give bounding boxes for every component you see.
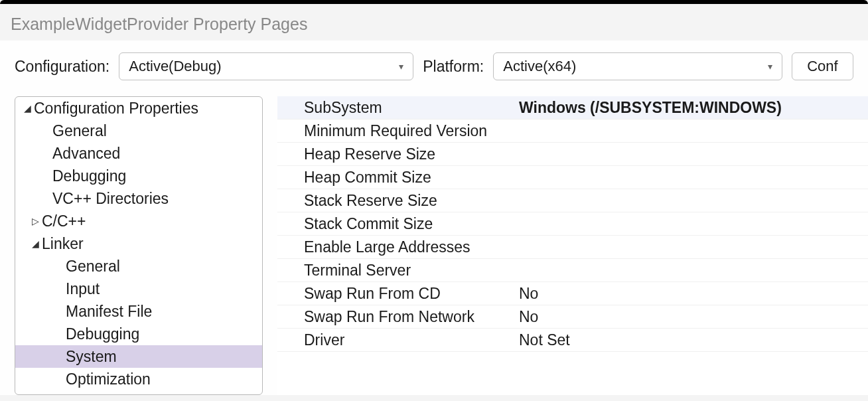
property-value[interactable]: Windows (/SUBSYSTEM:WINDOWS) [516, 99, 868, 117]
property-value[interactable]: Not Set [516, 331, 868, 349]
property-row[interactable]: Stack Reserve Size [277, 189, 868, 212]
property-row[interactable]: SubSystemWindows (/SUBSYSTEM:WINDOWS) [277, 96, 868, 120]
tree-node-label: System [66, 348, 117, 366]
property-label: Heap Reserve Size [277, 145, 516, 163]
tree-node-label: Configuration Properties [34, 100, 198, 118]
property-label: Swap Run From CD [277, 285, 516, 303]
property-label: Stack Commit Size [277, 215, 516, 233]
configuration-dropdown-value: Active(Debug) [129, 58, 221, 75]
tree-node-label: VC++ Directories [52, 190, 169, 208]
tree-node-linker-input[interactable]: ▸ Input [15, 278, 262, 300]
property-row[interactable]: Heap Commit Size [277, 166, 868, 189]
tree-node-label: C/C++ [42, 212, 86, 230]
triangle-down-icon: ◢ [29, 238, 42, 249]
configuration-manager-button[interactable]: Conf [792, 52, 853, 80]
property-row[interactable]: Swap Run From CDNo [277, 282, 868, 305]
configuration-label: Configuration: [15, 58, 109, 76]
property-row[interactable]: Terminal Server [277, 259, 868, 282]
tree-node-debugging[interactable]: ▸ Debugging [15, 165, 262, 187]
property-label: Minimum Required Version [277, 122, 516, 140]
chevron-down-icon: ▾ [399, 61, 403, 72]
configuration-manager-button-label: Conf [807, 58, 837, 75]
tree-node-linker-debugging[interactable]: ▸ Debugging [15, 323, 262, 345]
property-row[interactable]: Heap Reserve Size [277, 143, 868, 166]
property-label: Stack Reserve Size [277, 192, 516, 210]
property-label: Driver [277, 331, 516, 349]
tree-node-label: Manifest File [66, 303, 152, 321]
property-row[interactable]: Enable Large Addresses [277, 236, 868, 259]
tree-node-label: Optimization [66, 370, 151, 388]
tree-node-linker-system[interactable]: ▸ System [15, 345, 262, 368]
property-value[interactable]: No [516, 285, 868, 303]
tree-node-linker[interactable]: ◢ Linker [15, 232, 262, 255]
property-label: Swap Run From Network [277, 308, 516, 326]
property-label: SubSystem [277, 99, 516, 117]
property-row[interactable]: Minimum Required Version [277, 120, 868, 143]
platform-label: Platform: [423, 58, 484, 76]
tree-node-configuration-properties[interactable]: ◢ Configuration Properties [15, 97, 262, 120]
tree-node-advanced[interactable]: ▸ Advanced [15, 142, 262, 165]
configuration-bar: Configuration: Active(Debug) ▾ Platform:… [0, 40, 868, 88]
tree-node-label: General [66, 258, 120, 276]
platform-dropdown[interactable]: Active(x64) ▾ [493, 52, 782, 80]
tree-node-linker-general[interactable]: ▸ General [15, 255, 262, 278]
property-label: Enable Large Addresses [277, 238, 516, 256]
tree-node-vc-directories[interactable]: ▸ VC++ Directories [15, 187, 262, 210]
triangle-right-icon: ▷ [29, 216, 42, 226]
triangle-down-icon: ◢ [21, 103, 34, 114]
property-label: Heap Commit Size [277, 169, 516, 187]
tree-node-ccpp[interactable]: ▷ C/C++ [15, 210, 262, 232]
property-row[interactable]: DriverNot Set [277, 329, 868, 352]
property-row[interactable]: Swap Run From NetworkNo [277, 305, 868, 329]
tree-node-linker-manifest[interactable]: ▸ Manifest File [15, 300, 262, 323]
property-tree: ◢ Configuration Properties ▸ General ▸ A… [15, 96, 263, 395]
tree-node-label: Linker [42, 235, 84, 253]
chevron-down-icon: ▾ [768, 61, 772, 72]
tree-node-linker-optimization[interactable]: ▸ Optimization [15, 368, 262, 390]
tree-node-label: General [52, 122, 107, 140]
property-row[interactable]: Stack Commit Size [277, 212, 868, 236]
tree-node-label: Debugging [66, 325, 139, 343]
property-value[interactable]: No [516, 308, 868, 326]
platform-dropdown-value: Active(x64) [503, 58, 576, 75]
tree-node-label: Advanced [52, 145, 120, 163]
window-title: ExampleWidgetProvider Property Pages [0, 4, 868, 40]
property-label: Terminal Server [277, 262, 516, 280]
tree-node-label: Debugging [52, 167, 126, 185]
tree-node-general[interactable]: ▸ General [15, 120, 262, 142]
property-grid: SubSystemWindows (/SUBSYSTEM:WINDOWS)Min… [277, 96, 868, 395]
tree-node-label: Input [66, 280, 100, 298]
configuration-dropdown[interactable]: Active(Debug) ▾ [119, 52, 413, 80]
